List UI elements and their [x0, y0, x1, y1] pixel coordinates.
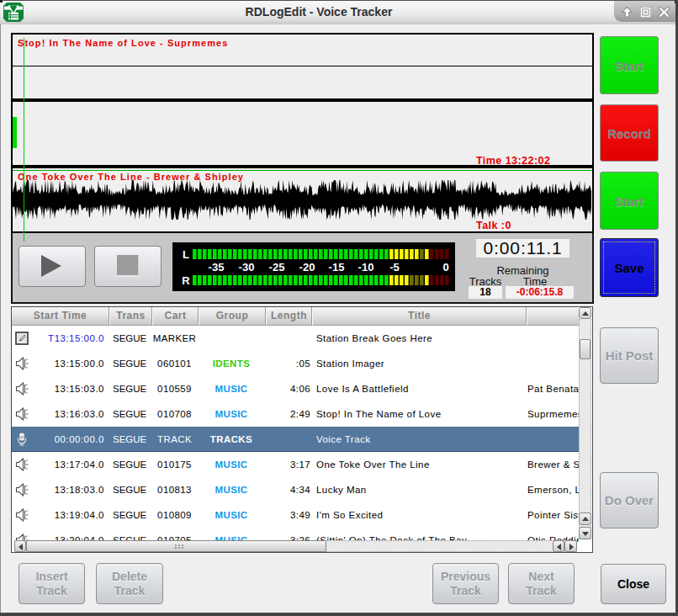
svg-text:-20: -20 — [299, 261, 315, 273]
svg-text:-10: -10 — [358, 261, 374, 273]
svg-text:-35: -35 — [209, 261, 225, 273]
svg-text:-5: -5 — [389, 261, 400, 273]
svg-text:-30: -30 — [239, 261, 255, 273]
svg-text:L: L — [183, 248, 189, 261]
svg-text:-15: -15 — [329, 261, 345, 273]
svg-text:0: 0 — [442, 261, 448, 273]
svg-text:-25: -25 — [269, 261, 285, 273]
svg-text:R: R — [182, 274, 190, 287]
